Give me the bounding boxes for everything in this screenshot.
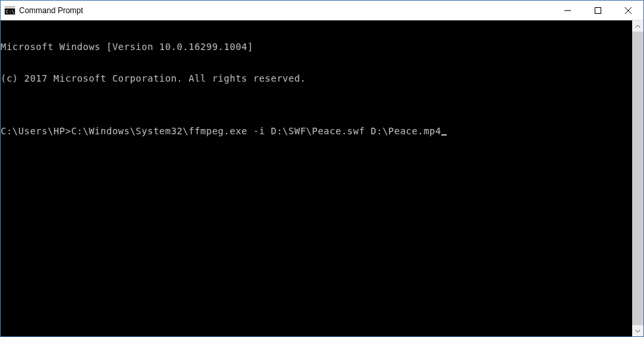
titlebar[interactable]: C:\ Command Prompt	[1, 1, 643, 20]
maximize-icon	[595, 7, 601, 14]
close-icon	[625, 7, 632, 14]
window-controls	[553, 1, 643, 20]
minimize-icon	[564, 7, 571, 14]
vertical-scrollbar[interactable]	[632, 20, 643, 336]
window-frame: C:\ Command Prompt	[0, 0, 644, 337]
terminal-line: Microsoft Windows [Version 10.0.16299.10…	[1, 41, 632, 52]
svg-text:C:\: C:\	[6, 9, 14, 14]
terminal-line: (c) 2017 Microsoft Corporation. All righ…	[1, 73, 632, 84]
terminal-prompt-line: C:\Users\HP>C:\Windows\System32\ffmpeg.e…	[1, 126, 632, 136]
content-area: Microsoft Windows [Version 10.0.16299.10…	[1, 20, 643, 336]
maximize-button[interactable]	[583, 1, 613, 20]
svg-rect-4	[595, 7, 601, 13]
window-title: Command Prompt	[19, 6, 553, 15]
minimize-button[interactable]	[553, 1, 583, 20]
scroll-down-button[interactable]	[632, 325, 643, 336]
scroll-track[interactable]	[632, 32, 643, 325]
svg-rect-1	[5, 7, 15, 9]
prompt: C:\Users\HP>	[1, 126, 71, 136]
scroll-up-button[interactable]	[632, 20, 643, 32]
scroll-thumb[interactable]	[632, 32, 643, 325]
chevron-up-icon	[635, 25, 640, 28]
chevron-down-icon	[635, 330, 640, 332]
close-button[interactable]	[613, 1, 643, 20]
cursor	[441, 134, 447, 136]
command-input: C:\Windows\System32\ffmpeg.exe -i D:\SWF…	[71, 126, 441, 136]
terminal[interactable]: Microsoft Windows [Version 10.0.16299.10…	[1, 20, 632, 336]
cmd-icon: C:\	[5, 5, 15, 16]
